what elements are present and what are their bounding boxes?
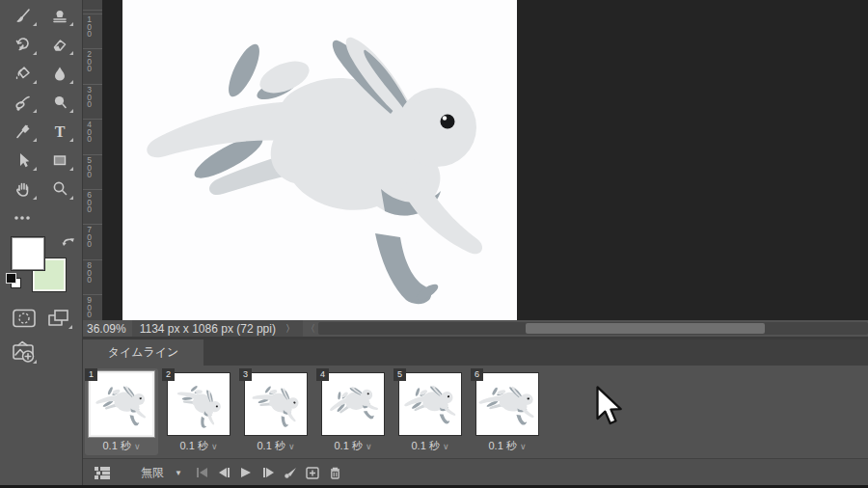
ruler-label: 600 [86,192,93,214]
blur-tool-icon[interactable] [43,61,75,86]
play-button[interactable] [238,462,254,483]
svg-text:T: T [54,123,65,140]
mouse-cursor [596,386,625,432]
doc-info-expand-icon[interactable]: 〉 [285,322,295,336]
frame-duration[interactable]: 0.1 秒 ∨ [471,439,544,453]
first-frame-button[interactable] [194,462,209,483]
frame-thumbnail[interactable] [321,372,385,436]
pen-tool-icon[interactable] [7,119,39,144]
edit-toolbar-ellipsis-icon[interactable] [7,205,39,230]
type-tool-icon[interactable]: T [43,119,75,144]
frame-4[interactable]: 4 0.1 秒 ∨ [316,368,390,455]
duration-chevron-icon[interactable]: ∨ [211,442,218,451]
new-frame-button[interactable] [305,462,320,483]
frame-number: 5 [393,368,406,381]
frame-thumbnail[interactable] [244,372,308,436]
add-photo-button[interactable] [8,340,39,366]
timeline-panel: タイムライン 1 0.1 秒 ∨ 2 0.1 秒 ∨ 3 0.1 秒 ∨ 4 [83,339,868,485]
duration-chevron-icon[interactable]: ∨ [443,442,449,451]
frame-duration[interactable]: 0.1 秒 ∨ [162,439,235,453]
frame-3[interactable]: 3 0.1 秒 ∨ [239,368,312,455]
frame-5[interactable]: 5 0.1 秒 ∨ [393,368,467,455]
zoom-level-field[interactable]: 36.09% [83,322,132,336]
timeline-controls: 無限 ▼ [83,458,868,486]
duration-chevron-icon[interactable]: ∨ [134,442,141,451]
color-swatches [0,234,82,296]
hand-tool-icon[interactable] [7,176,39,202]
frame-duration[interactable]: 0.1 秒 ∨ [85,439,158,453]
scroll-left-icon[interactable]: 〈 [303,322,318,336]
default-colors-icon[interactable] [6,273,21,288]
frame-duration[interactable]: 0.1 秒 ∨ [239,439,312,453]
ruler-label: 400 [86,122,93,144]
horizontal-scrollbar[interactable] [318,322,868,335]
next-frame-button[interactable] [260,462,276,483]
rectangle-tool-icon[interactable] [43,148,75,173]
convert-to-video-timeline-button[interactable] [92,462,113,483]
eraser-tool-icon[interactable] [43,32,75,57]
paint-bucket-tool-icon[interactable] [7,61,39,86]
canvas[interactable] [122,0,517,320]
rabbit-artwork [122,0,517,319]
frame-duration[interactable]: 0.1 秒 ∨ [393,439,467,453]
ruler-label: 700 [86,227,93,249]
frame-thumbnail[interactable] [89,371,154,437]
path-selection-tool-icon[interactable] [7,148,39,173]
frame-number: 6 [471,368,483,381]
document-info[interactable]: 1134 px x 1086 px (72 ppi) 〉 [132,320,303,337]
zoom-tool-icon[interactable] [43,176,75,202]
ruler-label: 300 [86,87,93,109]
ruler-label: 200 [86,51,93,73]
timeline-tabbar: タイムライン [83,339,868,366]
frame-2[interactable]: 2 0.1 秒 ∨ [162,368,235,455]
loop-caret-icon[interactable]: ▼ [175,462,182,483]
document-info-text: 1134 px x 1086 px (72 ppi) [140,322,276,336]
loop-selector[interactable]: 無限 [141,462,164,483]
ruler-label: 500 [86,157,93,179]
frame-duration[interactable]: 0.1 秒 ∨ [316,439,390,453]
frame-thumbnail[interactable] [167,372,231,436]
frame-number: 1 [85,368,97,381]
frame-1[interactable]: 1 0.1 秒 ∨ [85,368,158,455]
screen-mode-button[interactable] [42,306,74,331]
tool-panel: T [0,0,83,488]
quick-mask-button[interactable] [8,306,40,331]
frame-number: 4 [316,368,329,381]
frame-thumbnail[interactable] [398,372,462,436]
dodge-tool-icon[interactable] [43,90,75,115]
tween-button[interactable] [283,462,298,483]
brush-tool-icon[interactable] [7,3,39,28]
ruler-label: 800 [86,262,93,285]
duration-chevron-icon[interactable]: ∨ [288,442,295,451]
vertical-ruler[interactable]: 100 200 300 400 500 600 700 800 900 [83,0,103,320]
history-brush-tool-icon[interactable] [7,32,39,57]
frames-strip: 1 0.1 秒 ∨ 2 0.1 秒 ∨ 3 0.1 秒 ∨ 4 0.1 [83,366,868,458]
frame-thumbnail[interactable] [475,372,539,436]
smudge-tool-icon[interactable] [7,90,39,115]
document-viewport [102,0,868,320]
frame-6[interactable]: 6 0.1 秒 ∨ [471,368,544,455]
scrollbar-thumb[interactable] [526,323,765,334]
ruler-label: 100 [86,16,93,39]
clone-stamp-tool-icon[interactable] [43,3,75,28]
frame-number: 3 [239,368,252,381]
duration-chevron-icon[interactable]: ∨ [366,442,372,451]
foreground-color-swatch[interactable] [11,236,45,271]
previous-frame-button[interactable] [216,462,231,483]
tab-timeline[interactable]: タイムライン [83,339,203,366]
delete-frame-button[interactable] [327,462,342,483]
ruler-label: 900 [86,297,93,319]
duration-chevron-icon[interactable]: ∨ [520,442,527,451]
swap-colors-icon[interactable] [61,234,76,252]
status-bar: 36.09% 1134 px x 1086 px (72 ppi) 〉 〈 [83,320,868,337]
frame-number: 2 [162,368,175,381]
